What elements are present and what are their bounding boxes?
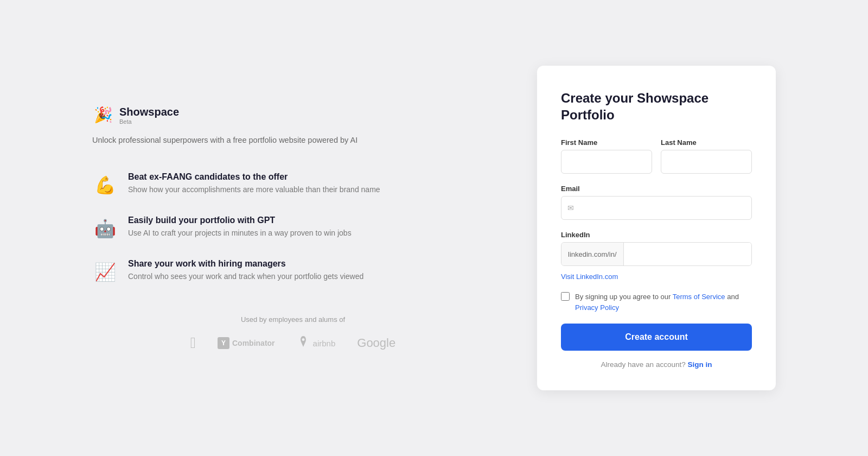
ycombinator-text: Combinator: [232, 339, 275, 347]
feature-icon-1: 💪: [92, 172, 118, 198]
signup-form-card: Create your Showspace Portfolio First Na…: [537, 66, 776, 390]
logo-icon: 🎉: [92, 104, 114, 126]
feature-desc-3: Control who sees your work and track whe…: [128, 271, 363, 282]
privacy-policy-link[interactable]: Privacy Policy: [575, 303, 619, 312]
airbnb-text: airbnb: [313, 339, 336, 348]
yc-box-icon: Y: [218, 337, 229, 349]
logo-text-wrap: Showspace Beta: [119, 105, 179, 125]
linkedin-label: LinkedIn: [561, 231, 752, 239]
first-name-label: First Name: [561, 138, 652, 147]
linkedin-prefix: linkedin.com/in/: [561, 243, 624, 265]
feature-desc-2: Use AI to craft your projects in minutes…: [128, 227, 352, 239]
already-have-account-text: Already have an account?: [601, 360, 686, 369]
airbnb-icon: [297, 335, 310, 351]
feature-item-1: 💪 Beat ex-FAANG candidates to the offer …: [92, 172, 494, 198]
feature-text-1: Beat ex-FAANG candidates to the offer Sh…: [128, 172, 380, 195]
visit-linkedin-link[interactable]: Visit LinkedIn.com: [561, 273, 752, 281]
logos-row:  Y Combinator airbnb: [92, 334, 494, 352]
feature-icon-3: 📈: [92, 259, 118, 285]
email-input-wrapper: ✉: [561, 196, 752, 220]
linkedin-group: LinkedIn linkedin.com/in/ Visit LinkedIn…: [561, 231, 752, 281]
sign-in-link[interactable]: Sign in: [687, 360, 712, 369]
email-label: Email: [561, 185, 752, 193]
ycombinator-logo: Y Combinator: [218, 337, 275, 349]
email-group: Email ✉: [561, 185, 752, 220]
brand-name: Showspace: [119, 105, 179, 118]
linkedin-row: linkedin.com/in/: [561, 242, 752, 266]
social-proof-label: Used by employees and alums of: [92, 315, 494, 324]
linkedin-input[interactable]: [624, 243, 751, 265]
feature-icon-2: 🤖: [92, 216, 118, 242]
feature-title-3: Share your work with hiring managers: [128, 259, 363, 269]
email-input[interactable]: [561, 196, 752, 220]
feature-item-2: 🤖 Easily build your portfolio with GPT U…: [92, 216, 494, 242]
terms-checkbox[interactable]: [561, 292, 570, 301]
terms-text: By signing up you agree to our Terms of …: [575, 292, 752, 313]
feature-item-3: 📈 Share your work with hiring managers C…: [92, 259, 494, 285]
signin-row: Already have an account? Sign in: [561, 360, 752, 369]
social-proof: Used by employees and alums of  Y Combi…: [92, 315, 494, 352]
apple-logo: : [190, 334, 196, 352]
create-account-button[interactable]: Create account: [561, 324, 752, 351]
google-logo: Google: [357, 336, 395, 350]
brand-badge: Beta: [119, 118, 179, 125]
features-list: 💪 Beat ex-FAANG candidates to the offer …: [92, 172, 494, 285]
content-area: 🎉 Showspace Beta Unlock professional sup…: [92, 66, 776, 390]
last-name-label: Last Name: [661, 138, 752, 147]
feature-text-3: Share your work with hiring managers Con…: [128, 259, 363, 282]
last-name-input[interactable]: [661, 150, 752, 174]
form-title: Create your Showspace Portfolio: [561, 90, 752, 123]
airbnb-logo: airbnb: [297, 335, 336, 351]
first-name-input[interactable]: [561, 150, 652, 174]
google-text: Google: [357, 336, 395, 350]
first-name-group: First Name: [561, 138, 652, 174]
name-row: First Name Last Name: [561, 138, 752, 174]
feature-desc-1: Show how your accomplishments are more v…: [128, 184, 380, 195]
feature-text-2: Easily build your portfolio with GPT Use…: [128, 216, 352, 239]
apple-icon: : [190, 334, 196, 352]
left-panel: 🎉 Showspace Beta Unlock professional sup…: [92, 93, 494, 363]
terms-of-service-link[interactable]: Terms of Service: [673, 293, 725, 301]
last-name-group: Last Name: [661, 138, 752, 174]
email-icon: ✉: [567, 204, 574, 212]
tagline: Unlock professional superpowers with a f…: [92, 135, 494, 147]
feature-title-1: Beat ex-FAANG candidates to the offer: [128, 172, 380, 182]
logo-area: 🎉 Showspace Beta: [92, 104, 494, 126]
terms-row: By signing up you agree to our Terms of …: [561, 292, 752, 313]
page-wrapper: 🎉 Showspace Beta Unlock professional sup…: [0, 0, 868, 456]
feature-title-2: Easily build your portfolio with GPT: [128, 216, 352, 225]
